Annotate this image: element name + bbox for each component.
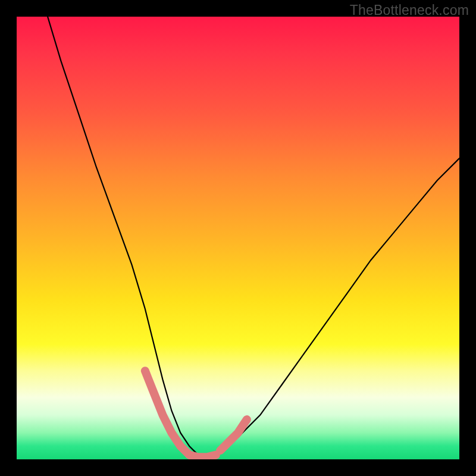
watermark-text: TheBottleneck.com xyxy=(350,2,469,18)
chart-frame: TheBottleneck.com xyxy=(0,0,476,476)
highlight-right xyxy=(220,419,247,450)
plot-area xyxy=(17,17,459,459)
curve-layer xyxy=(17,17,459,459)
bottleneck-curve xyxy=(48,17,459,455)
highlight-left xyxy=(145,371,189,455)
highlight-bottom xyxy=(189,455,216,458)
